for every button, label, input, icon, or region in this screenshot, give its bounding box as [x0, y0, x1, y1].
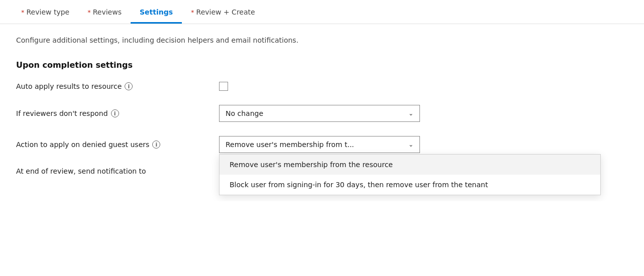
auto-apply-info-icon[interactable]: i: [125, 82, 133, 90]
tab-review-create[interactable]: * Review + Create: [182, 0, 264, 24]
action-denied-dropdown-value: Remove user's membership from t...: [226, 141, 354, 149]
action-denied-row: Action to apply on denied guest users i …: [16, 136, 466, 153]
tab-review-type[interactable]: * Review type: [12, 0, 78, 24]
required-star-review-type: *: [21, 9, 25, 16]
tab-settings[interactable]: Settings: [131, 0, 182, 24]
tab-settings-label: Settings: [140, 8, 173, 16]
no-respond-label: If reviewers don't respond i: [16, 109, 207, 117]
action-denied-label-text: Action to apply on denied guest users: [16, 141, 149, 149]
auto-apply-row: Auto apply results to resource i: [16, 82, 466, 91]
dropdown-option-2[interactable]: Block user from signing-in for 30 days, …: [220, 175, 600, 195]
section-title: Upon completion settings: [16, 60, 466, 70]
no-respond-row: If reviewers don't respond i No change ⌄: [16, 105, 466, 122]
auto-apply-checkbox[interactable]: [219, 82, 228, 91]
no-respond-dropdown[interactable]: No change ⌄: [219, 105, 420, 122]
tab-reviews[interactable]: * Reviews: [78, 0, 131, 24]
no-respond-dropdown-value: No change: [226, 109, 263, 117]
no-respond-chevron-icon: ⌄: [408, 110, 413, 117]
no-respond-info-icon[interactable]: i: [111, 109, 119, 117]
auto-apply-label-text: Auto apply results to resource: [16, 82, 122, 90]
auto-apply-label: Auto apply results to resource i: [16, 82, 207, 90]
end-notification-label: At end of review, send notification to: [16, 167, 207, 175]
required-star-reviews: *: [87, 9, 91, 16]
tab-review-create-label: Review + Create: [196, 8, 255, 16]
tab-reviews-label: Reviews: [93, 8, 122, 16]
dropdown-option-1[interactable]: Remove user's membership from the resour…: [220, 155, 600, 175]
action-denied-info-icon[interactable]: i: [152, 141, 160, 149]
tab-bar: * Review type * Reviews Settings * Revie…: [0, 0, 644, 24]
action-denied-dropdown-menu: Remove user's membership from the resour…: [219, 154, 601, 195]
action-denied-chevron-icon: ⌄: [408, 141, 413, 148]
end-notification-label-text: At end of review, send notification to: [16, 167, 146, 175]
action-denied-label: Action to apply on denied guest users i: [16, 141, 207, 149]
page-description: Configure additional settings, including…: [16, 36, 466, 44]
no-respond-label-text: If reviewers don't respond: [16, 109, 108, 117]
required-star-review-create: *: [191, 9, 194, 16]
page-content: Configure additional settings, including…: [0, 24, 482, 201]
action-denied-dropdown[interactable]: Remove user's membership from t... ⌄: [219, 136, 420, 153]
tab-review-type-label: Review type: [27, 8, 70, 16]
